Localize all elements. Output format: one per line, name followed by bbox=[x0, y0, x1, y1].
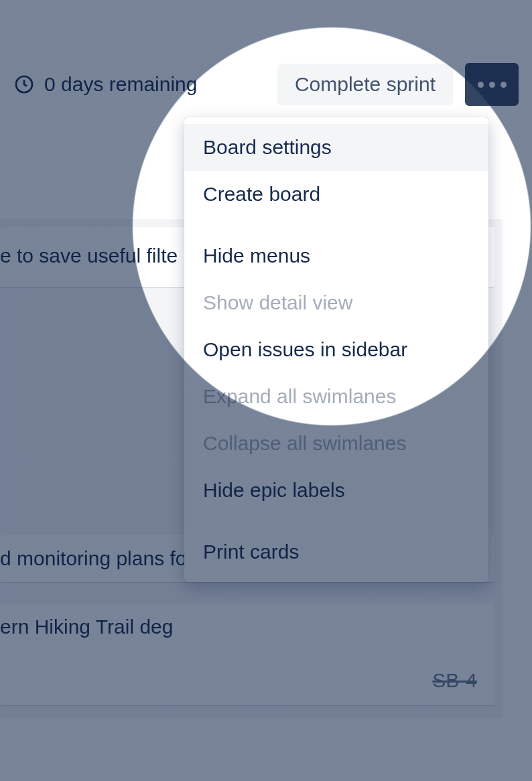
menu-item-board-settings[interactable]: Board settings bbox=[184, 124, 488, 171]
complete-sprint-button[interactable]: Complete sprint bbox=[277, 64, 453, 105]
menu-separator bbox=[184, 514, 488, 528]
menu-item-hide-menus[interactable]: Hide menus bbox=[184, 232, 488, 279]
board-actions-menu: Board settingsCreate boardHide menusShow… bbox=[184, 117, 488, 582]
menu-item-print-cards[interactable]: Print cards bbox=[184, 528, 488, 575]
menu-item-open-issues-in-sidebar[interactable]: Open issues in sidebar bbox=[184, 326, 488, 373]
more-icon bbox=[478, 82, 507, 88]
menu-item-collapse-all-swimlanes: Collapse all swimlanes bbox=[184, 420, 488, 467]
issue-card[interactable]: ern Hiking Trail deg SB-4 bbox=[0, 604, 494, 705]
board-layer: 0 days remaining Complete sprint e to sa… bbox=[0, 0, 532, 781]
menu-separator bbox=[184, 218, 488, 232]
issue-key: SB-4 bbox=[432, 669, 477, 692]
clock-icon bbox=[13, 74, 35, 95]
menu-item-expand-all-swimlanes: Expand all swimlanes bbox=[184, 373, 488, 420]
menu-item-show-detail-view: Show detail view bbox=[184, 279, 488, 326]
menu-item-hide-epic-labels[interactable]: Hide epic labels bbox=[184, 467, 488, 514]
more-actions-button[interactable] bbox=[465, 63, 519, 106]
time-remaining-label: 0 days remaining bbox=[44, 73, 277, 96]
top-bar: 0 days remaining Complete sprint bbox=[0, 60, 532, 109]
issue-card-title: ern Hiking Trail deg bbox=[0, 616, 477, 638]
menu-item-create-board[interactable]: Create board bbox=[184, 171, 488, 218]
